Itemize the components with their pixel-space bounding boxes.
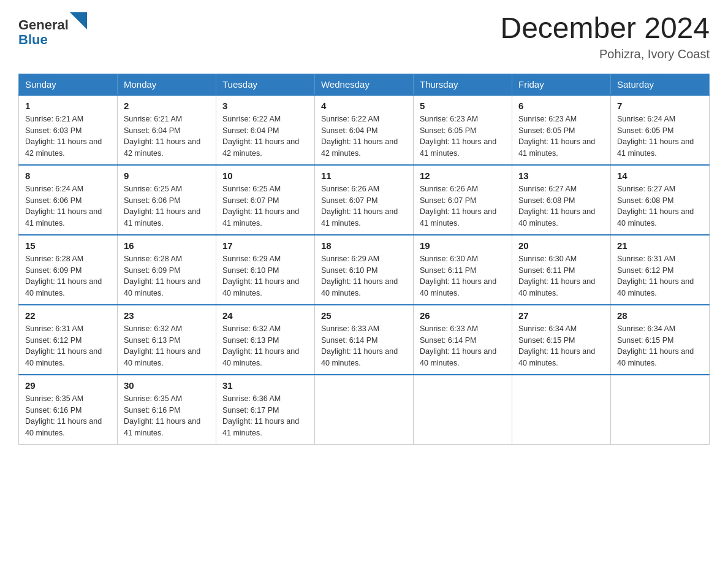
day-info: Sunrise: 6:28 AMSunset: 6:09 PMDaylight:… xyxy=(25,253,111,299)
table-row: 13 Sunrise: 6:27 AMSunset: 6:08 PMDaylig… xyxy=(512,165,611,235)
logo-text: General xyxy=(18,12,87,33)
table-row xyxy=(512,375,611,445)
page-header: General Blue December 2024 Pohizra, Ivor… xyxy=(18,12,710,61)
table-row: 26 Sunrise: 6:33 AMSunset: 6:14 PMDaylig… xyxy=(414,305,512,375)
table-row xyxy=(414,375,512,445)
table-row: 20 Sunrise: 6:30 AMSunset: 6:11 PMDaylig… xyxy=(512,235,611,305)
table-row: 5 Sunrise: 6:23 AMSunset: 6:05 PMDayligh… xyxy=(414,95,512,165)
day-info: Sunrise: 6:30 AMSunset: 6:11 PMDaylight:… xyxy=(518,253,604,299)
header-tuesday: Tuesday xyxy=(216,74,315,95)
logo-blue-text: Blue xyxy=(18,33,87,47)
day-info: Sunrise: 6:35 AMSunset: 6:16 PMDaylight:… xyxy=(25,393,111,439)
table-row: 15 Sunrise: 6:28 AMSunset: 6:09 PMDaylig… xyxy=(19,235,118,305)
day-info: Sunrise: 6:25 AMSunset: 6:07 PMDaylight:… xyxy=(222,183,308,229)
day-info: Sunrise: 6:26 AMSunset: 6:07 PMDaylight:… xyxy=(420,183,506,229)
calendar-week-row: 22 Sunrise: 6:31 AMSunset: 6:12 PMDaylig… xyxy=(19,305,710,375)
day-number: 16 xyxy=(124,240,210,251)
table-row: 8 Sunrise: 6:24 AMSunset: 6:06 PMDayligh… xyxy=(19,165,118,235)
month-title: December 2024 xyxy=(500,12,710,45)
day-info: Sunrise: 6:25 AMSunset: 6:06 PMDaylight:… xyxy=(124,183,210,229)
day-number: 24 xyxy=(222,310,308,321)
table-row: 3 Sunrise: 6:22 AMSunset: 6:04 PMDayligh… xyxy=(216,95,315,165)
svg-marker-0 xyxy=(70,12,87,29)
location: Pohizra, Ivory Coast xyxy=(500,47,710,61)
table-row: 22 Sunrise: 6:31 AMSunset: 6:12 PMDaylig… xyxy=(19,305,118,375)
day-number: 13 xyxy=(518,170,604,181)
table-row: 29 Sunrise: 6:35 AMSunset: 6:16 PMDaylig… xyxy=(19,375,118,445)
day-number: 19 xyxy=(420,240,506,251)
day-info: Sunrise: 6:32 AMSunset: 6:13 PMDaylight:… xyxy=(124,323,210,369)
day-number: 22 xyxy=(25,310,111,321)
day-info: Sunrise: 6:31 AMSunset: 6:12 PMDaylight:… xyxy=(25,323,111,369)
day-number: 18 xyxy=(321,240,407,251)
day-info: Sunrise: 6:30 AMSunset: 6:11 PMDaylight:… xyxy=(420,253,506,299)
day-number: 3 xyxy=(222,101,308,111)
day-info: Sunrise: 6:35 AMSunset: 6:16 PMDaylight:… xyxy=(124,393,210,439)
table-row: 24 Sunrise: 6:32 AMSunset: 6:13 PMDaylig… xyxy=(216,305,315,375)
table-row xyxy=(611,375,710,445)
table-row: 10 Sunrise: 6:25 AMSunset: 6:07 PMDaylig… xyxy=(216,165,315,235)
table-row: 31 Sunrise: 6:36 AMSunset: 6:17 PMDaylig… xyxy=(216,375,315,445)
table-row: 6 Sunrise: 6:23 AMSunset: 6:05 PMDayligh… xyxy=(512,95,611,165)
table-row: 18 Sunrise: 6:29 AMSunset: 6:10 PMDaylig… xyxy=(315,235,414,305)
day-number: 1 xyxy=(25,101,111,111)
table-row: 16 Sunrise: 6:28 AMSunset: 6:09 PMDaylig… xyxy=(118,235,216,305)
day-number: 9 xyxy=(124,170,210,181)
day-info: Sunrise: 6:33 AMSunset: 6:14 PMDaylight:… xyxy=(420,323,506,369)
table-row: 28 Sunrise: 6:34 AMSunset: 6:15 PMDaylig… xyxy=(611,305,710,375)
day-number: 27 xyxy=(518,310,604,321)
day-info: Sunrise: 6:24 AMSunset: 6:05 PMDaylight:… xyxy=(617,113,703,159)
day-number: 8 xyxy=(25,170,111,181)
table-row: 30 Sunrise: 6:35 AMSunset: 6:16 PMDaylig… xyxy=(118,375,216,445)
header-saturday: Saturday xyxy=(611,74,710,95)
table-row: 21 Sunrise: 6:31 AMSunset: 6:12 PMDaylig… xyxy=(611,235,710,305)
logo: General Blue xyxy=(18,12,87,47)
day-number: 14 xyxy=(617,170,703,181)
table-row: 23 Sunrise: 6:32 AMSunset: 6:13 PMDaylig… xyxy=(118,305,216,375)
table-row: 1 Sunrise: 6:21 AMSunset: 6:03 PMDayligh… xyxy=(19,95,118,165)
table-row: 9 Sunrise: 6:25 AMSunset: 6:06 PMDayligh… xyxy=(118,165,216,235)
day-number: 25 xyxy=(321,310,407,321)
day-number: 2 xyxy=(124,101,210,111)
day-info: Sunrise: 6:21 AMSunset: 6:04 PMDaylight:… xyxy=(124,113,210,159)
table-row: 11 Sunrise: 6:26 AMSunset: 6:07 PMDaylig… xyxy=(315,165,414,235)
day-number: 15 xyxy=(25,240,111,251)
header-wednesday: Wednesday xyxy=(315,74,414,95)
day-info: Sunrise: 6:32 AMSunset: 6:13 PMDaylight:… xyxy=(222,323,308,369)
day-number: 17 xyxy=(222,240,308,251)
day-number: 31 xyxy=(222,380,308,391)
calendar-week-row: 29 Sunrise: 6:35 AMSunset: 6:16 PMDaylig… xyxy=(19,375,710,445)
day-number: 10 xyxy=(222,170,308,181)
table-row: 4 Sunrise: 6:22 AMSunset: 6:04 PMDayligh… xyxy=(315,95,414,165)
day-info: Sunrise: 6:23 AMSunset: 6:05 PMDaylight:… xyxy=(420,113,506,159)
day-info: Sunrise: 6:28 AMSunset: 6:09 PMDaylight:… xyxy=(124,253,210,299)
day-info: Sunrise: 6:34 AMSunset: 6:15 PMDaylight:… xyxy=(518,323,604,369)
day-info: Sunrise: 6:33 AMSunset: 6:14 PMDaylight:… xyxy=(321,323,407,369)
day-info: Sunrise: 6:22 AMSunset: 6:04 PMDaylight:… xyxy=(321,113,407,159)
day-number: 4 xyxy=(321,101,407,111)
day-number: 26 xyxy=(420,310,506,321)
day-info: Sunrise: 6:31 AMSunset: 6:12 PMDaylight:… xyxy=(617,253,703,299)
table-row xyxy=(315,375,414,445)
day-info: Sunrise: 6:29 AMSunset: 6:10 PMDaylight:… xyxy=(222,253,308,299)
logo-icon xyxy=(70,12,87,29)
day-info: Sunrise: 6:24 AMSunset: 6:06 PMDaylight:… xyxy=(25,183,111,229)
day-info: Sunrise: 6:34 AMSunset: 6:15 PMDaylight:… xyxy=(617,323,703,369)
day-info: Sunrise: 6:29 AMSunset: 6:10 PMDaylight:… xyxy=(321,253,407,299)
table-row: 14 Sunrise: 6:27 AMSunset: 6:08 PMDaylig… xyxy=(611,165,710,235)
day-number: 6 xyxy=(518,101,604,111)
table-row: 2 Sunrise: 6:21 AMSunset: 6:04 PMDayligh… xyxy=(118,95,216,165)
table-row: 19 Sunrise: 6:30 AMSunset: 6:11 PMDaylig… xyxy=(414,235,512,305)
day-number: 7 xyxy=(617,101,703,111)
day-info: Sunrise: 6:21 AMSunset: 6:03 PMDaylight:… xyxy=(25,113,111,159)
calendar-week-row: 1 Sunrise: 6:21 AMSunset: 6:03 PMDayligh… xyxy=(19,95,710,165)
table-row: 17 Sunrise: 6:29 AMSunset: 6:10 PMDaylig… xyxy=(216,235,315,305)
day-number: 28 xyxy=(617,310,703,321)
table-row: 12 Sunrise: 6:26 AMSunset: 6:07 PMDaylig… xyxy=(414,165,512,235)
calendar-header-row: Sunday Monday Tuesday Wednesday Thursday… xyxy=(19,74,710,95)
header-monday: Monday xyxy=(118,74,216,95)
table-row: 25 Sunrise: 6:33 AMSunset: 6:14 PMDaylig… xyxy=(315,305,414,375)
day-number: 21 xyxy=(617,240,703,251)
table-row: 7 Sunrise: 6:24 AMSunset: 6:05 PMDayligh… xyxy=(611,95,710,165)
day-info: Sunrise: 6:27 AMSunset: 6:08 PMDaylight:… xyxy=(617,183,703,229)
